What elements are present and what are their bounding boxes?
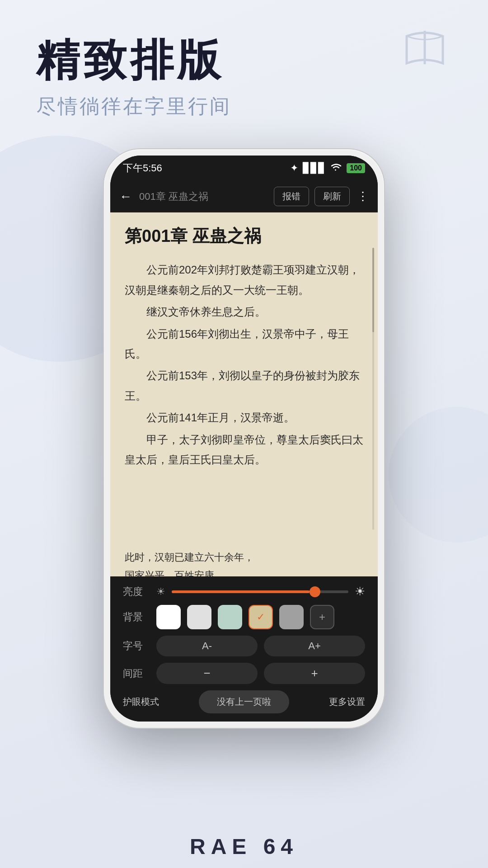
spacing-row: 间距 − + (123, 663, 365, 684)
brightness-slider-thumb[interactable] (310, 586, 320, 597)
book-paragraph-6: 甲子，太子刘彻即皇帝位，尊皇太后窦氏曰太皇太后，皇后王氏曰皇太后。 (125, 430, 363, 470)
bottom-watermark: RAE 64 (190, 834, 298, 859)
more-settings-button[interactable]: 更多设置 (329, 696, 365, 708)
bg-color-mint[interactable] (218, 605, 242, 629)
brightness-slider-track[interactable] (172, 590, 348, 593)
main-title: 精致排版 (36, 36, 452, 84)
bg-color-add[interactable]: + (310, 605, 334, 629)
add-color-icon: + (319, 611, 325, 623)
brightness-slider-fill (172, 590, 310, 593)
sun-dim-icon: ☀ (156, 586, 165, 598)
phone-outer: 下午5:56 ✦ ▊▊▊ 100 ← 00 (104, 149, 384, 728)
brightness-label: 亮度 (123, 585, 150, 599)
back-button[interactable]: ← (119, 189, 132, 204)
status-bar: 下午5:56 ✦ ▊▊▊ 100 (110, 156, 378, 181)
spacing-decrease-button[interactable]: − (156, 663, 258, 684)
scrollbar-thumb (372, 248, 374, 332)
bg-color-light-gray[interactable] (187, 605, 211, 629)
wifi-icon (330, 162, 342, 175)
sun-bright-icon: ☀ (355, 585, 365, 599)
book-paragraph-1: 公元前202年刘邦打败楚霸王项羽建立汉朝，汉朝是继秦朝之后的又一大统一王朝。 (125, 260, 363, 300)
sub-title: 尽情徜徉在字里行间 (36, 93, 452, 120)
more-button[interactable]: ⋮ (357, 189, 369, 203)
bg-color-row: 背景 ✓ + (123, 605, 365, 629)
bg-label: 背景 (123, 610, 150, 624)
bg-color-gray[interactable] (279, 605, 304, 629)
book-scrollbar[interactable] (372, 248, 374, 530)
report-button[interactable]: 报错 (274, 187, 309, 206)
bluetooth-icon: ✦ (290, 162, 298, 174)
status-icons: ✦ ▊▊▊ 100 (290, 162, 365, 175)
bg-circle-right (389, 407, 488, 542)
chapter-title: 第001章 巫蛊之祸 (125, 225, 363, 247)
book-paragraph-3: 公元前156年刘彻出生，汉景帝中子，母王氏。 (125, 324, 363, 364)
no-prev-button[interactable]: 没有上一页啦 (199, 690, 289, 713)
font-size-row: 字号 A- A+ (123, 636, 365, 656)
book-paragraph-2: 继汉文帝休养生息之后。 (125, 302, 363, 322)
phone-inner: 下午5:56 ✦ ▊▊▊ 100 ← 00 (110, 156, 378, 722)
book-paragraph-5: 公元前141年正月，汉景帝逝。 (125, 408, 363, 428)
spacing-increase-button[interactable]: + (264, 663, 365, 684)
watermark-text: RAE 64 (190, 835, 298, 859)
signal-icon: ▊▊▊ (303, 162, 326, 174)
brightness-row: 亮度 ☀ ☀ (123, 585, 365, 599)
app-navbar: ← 001章 巫蛊之祸 报错 刷新 ⋮ (110, 181, 378, 212)
settings-panel: 此时，汉朝已建立六十余年， 国家兴平，百姓安康。 亮度 ☀ ☀ 背景 (110, 545, 378, 722)
spacing-label: 间距 (123, 667, 150, 680)
font-label: 字号 (123, 639, 150, 653)
overlay-book-text: 此时，汉朝已建立六十余年， 国家兴平，百姓安康。 (110, 545, 378, 576)
selected-checkmark: ✓ (257, 611, 265, 623)
font-decrease-button[interactable]: A- (156, 636, 258, 656)
chapter-nav-title: 001章 巫蛊之祸 (139, 190, 268, 203)
book-content: 第001章 巫蛊之祸 公元前202年刘邦打败楚霸王项羽建立汉朝，汉朝是继秦朝之后… (110, 212, 378, 565)
status-time: 下午5:56 (123, 161, 162, 175)
refresh-button[interactable]: 刷新 (314, 187, 350, 206)
phone-mockup: 下午5:56 ✦ ▊▊▊ 100 ← 00 (104, 149, 384, 728)
font-increase-button[interactable]: A+ (264, 636, 365, 656)
book-paragraph-4: 公元前153年，刘彻以皇子的身份被封为胶东王。 (125, 366, 363, 406)
battery-indicator: 100 (347, 163, 365, 173)
header-section: 精致排版 尽情徜徉在字里行间 (36, 36, 452, 120)
bg-color-white[interactable] (156, 605, 181, 629)
bg-color-tan[interactable]: ✓ (249, 605, 273, 629)
bottom-row: 护眼模式 没有上一页啦 更多设置 (123, 690, 365, 713)
eye-mode-button[interactable]: 护眼模式 (123, 696, 159, 708)
